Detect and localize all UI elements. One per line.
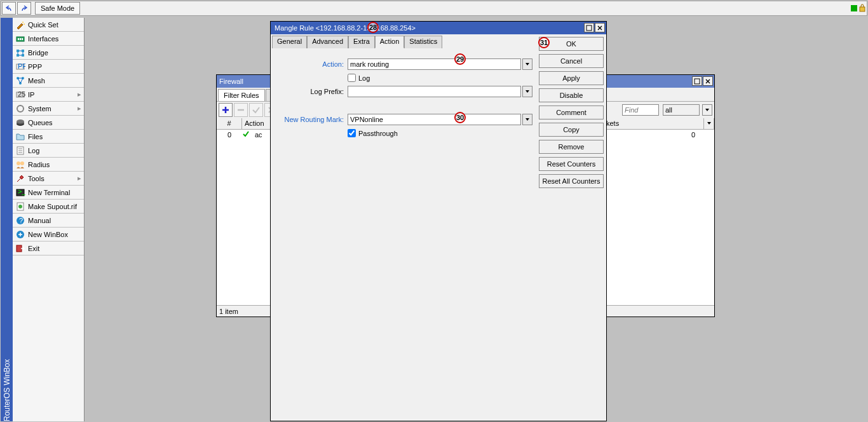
menu-label: Log	[28, 147, 39, 154]
log-prefix-expand-button[interactable]	[522, 86, 532, 97]
menu-label: Manual	[28, 217, 51, 224]
add-button[interactable]	[219, 103, 233, 117]
menu-ip[interactable]: 255IP▸	[13, 88, 84, 102]
disable-button[interactable]: Disable	[539, 88, 604, 102]
menu-manual[interactable]: ?Manual	[13, 214, 84, 228]
menu-quick-set[interactable]: Quick Set	[13, 18, 84, 32]
apply-button[interactable]: Apply	[539, 71, 604, 85]
undo-button[interactable]	[2, 2, 16, 15]
menu-new-winbox[interactable]: New WinBox	[13, 228, 84, 242]
menu-interfaces[interactable]: Interfaces	[13, 32, 84, 46]
new-routing-mark-input[interactable]	[348, 114, 521, 125]
firewall-minimize-button[interactable]	[692, 76, 702, 86]
menu-exit[interactable]: Exit	[13, 242, 84, 255]
ip-icon: 255	[15, 90, 25, 100]
mangle-form-panel: General Advanced Extra Action Statistics…	[271, 34, 536, 421]
menu-label: Tools	[28, 175, 44, 182]
find-input[interactable]	[622, 104, 659, 116]
tab-advanced[interactable]: Advanced	[307, 36, 348, 48]
remove-button[interactable]	[234, 103, 248, 117]
menu-ppp[interactable]: PPPPPP	[13, 60, 84, 74]
svg-point-1	[22, 22, 24, 23]
files-icon	[15, 132, 25, 142]
menu-label: Make Supout.rif	[28, 203, 77, 210]
mangle-rule-window: Mangle Rule <192.168.88.2-192.168.88.254…	[270, 21, 607, 421]
bridge-icon	[15, 48, 25, 58]
menu-queues[interactable]: Queues	[13, 116, 84, 130]
menu-label: IP	[28, 91, 34, 99]
action-dropdown-button[interactable]	[522, 58, 532, 70]
system-icon	[15, 104, 25, 114]
menu-label: Radius	[28, 161, 50, 168]
firewall-close-button[interactable]	[703, 76, 713, 86]
menu-files[interactable]: Files	[13, 130, 84, 144]
minus-icon	[236, 106, 245, 114]
svg-point-31	[17, 231, 24, 238]
reset-all-counters-button[interactable]: Reset All Counters	[539, 174, 604, 188]
redo-icon	[20, 4, 28, 12]
log-label: Log	[358, 74, 370, 82]
top-toolbar: Safe Mode	[1, 1, 867, 16]
tab-filter-rules[interactable]: Filter Rules	[218, 89, 265, 101]
tab-action[interactable]: Action	[375, 36, 405, 48]
svg-rect-25	[17, 189, 24, 196]
menu-log[interactable]: Log	[13, 144, 84, 158]
filter-all-select[interactable]: all	[663, 104, 700, 116]
mesh-icon	[15, 76, 25, 86]
tab-general[interactable]: General	[272, 36, 307, 48]
mangle-button-panel: OK Cancel Apply Disable Comment Copy Rem…	[536, 34, 606, 421]
menu-radius[interactable]: Radius	[13, 158, 84, 172]
ok-button[interactable]: OK	[539, 37, 604, 51]
svg-rect-27	[17, 203, 24, 210]
menu-tools[interactable]: Tools▸	[13, 172, 84, 186]
menu-make-supout[interactable]: Make Supout.rif	[13, 200, 84, 214]
svg-rect-16	[17, 92, 24, 97]
tab-extra[interactable]: Extra	[348, 36, 375, 48]
comment-button[interactable]: Comment	[539, 106, 604, 119]
mangle-title-text: Mangle Rule <192.168.88.2-192.168.88.254…	[275, 24, 416, 32]
svg-rect-7	[17, 50, 19, 52]
mangle-minimize-button[interactable]	[584, 23, 594, 32]
interfaces-icon	[15, 34, 25, 44]
mangle-close-button[interactable]	[595, 23, 605, 32]
terminal-icon: >_	[15, 187, 25, 198]
undo-icon	[5, 4, 13, 12]
winbox-icon	[15, 229, 25, 240]
copy-button[interactable]: Copy	[539, 123, 604, 137]
cell-number: 0	[217, 131, 242, 139]
svg-rect-6	[22, 38, 23, 40]
new-routing-mark-label: New Routing Mark:	[275, 116, 348, 123]
remove-button[interactable]: Remove	[539, 140, 604, 154]
firewall-title-text: Firewall	[219, 78, 243, 85]
menu-label: New Terminal	[28, 189, 70, 196]
filter-dropdown-button[interactable]	[702, 104, 712, 116]
action-input[interactable]	[348, 58, 521, 70]
menu-new-terminal[interactable]: >_New Terminal	[13, 186, 84, 200]
svg-rect-5	[20, 38, 21, 40]
reset-counters-button[interactable]: Reset Counters	[539, 157, 604, 171]
mangle-titlebar[interactable]: Mangle Rule <192.168.88.2-192.168.88.254…	[271, 22, 606, 34]
enable-button[interactable]	[249, 103, 263, 117]
menu-mesh[interactable]: Mesh	[13, 74, 84, 88]
menu-bridge[interactable]: Bridge	[13, 46, 84, 60]
log-checkbox[interactable]	[348, 74, 356, 82]
menu-label: Files	[28, 133, 43, 140]
minimize-icon	[586, 25, 592, 31]
col-number[interactable]: #	[217, 118, 242, 129]
triangle-down-icon	[525, 89, 530, 94]
svg-rect-4	[18, 38, 19, 40]
menu-label: System	[28, 105, 51, 112]
tab-statistics[interactable]: Statistics	[404, 36, 442, 48]
exit-icon	[15, 243, 25, 254]
minimize-icon	[694, 78, 700, 85]
col-menu[interactable]	[704, 118, 714, 129]
safe-mode-button[interactable]: Safe Mode	[35, 2, 80, 15]
log-prefix-input[interactable]	[348, 86, 521, 97]
passthrough-checkbox[interactable]	[348, 129, 356, 137]
col-packets[interactable]: Packets	[592, 118, 704, 129]
new-routing-mark-dropdown-button[interactable]	[522, 114, 532, 125]
cancel-button[interactable]: Cancel	[539, 54, 604, 68]
menu-system[interactable]: System▸	[13, 102, 84, 116]
svg-point-18	[17, 106, 24, 112]
redo-button[interactable]	[17, 2, 31, 15]
